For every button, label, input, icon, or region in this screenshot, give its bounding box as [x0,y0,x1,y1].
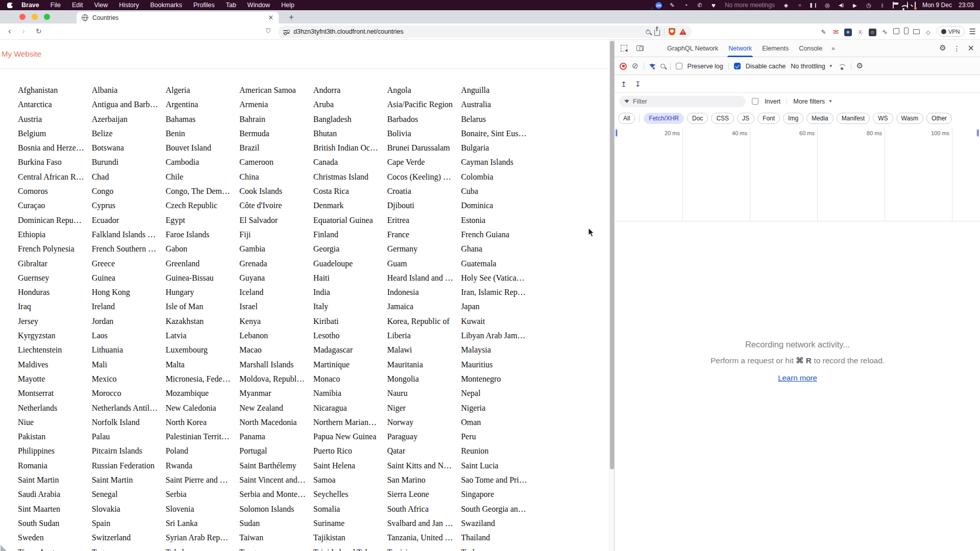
devtools-close-icon[interactable]: ✕ [968,43,974,53]
chip-wasm[interactable]: Wasm [896,113,924,124]
new-tab-button[interactable]: + [289,13,293,21]
menubar-clock[interactable]: 23:03 [959,2,974,9]
dark-flower-icon[interactable]: ✿ [869,27,876,36]
mail-icon[interactable]: ✉ [832,27,840,36]
grid-glyph-icon[interactable]: ⌗ [796,2,803,9]
page-scrollbar[interactable] [609,40,614,551]
menu-item-tab[interactable]: Tab [220,2,241,9]
window-zoom-button[interactable] [44,14,50,20]
devtools-tab-console[interactable]: Console [794,40,827,57]
menu-item-profiles[interactable]: Profiles [188,2,220,9]
import-har-icon[interactable]: ↥ [621,80,627,88]
phone-circle-icon[interactable]: ✆ [696,2,703,9]
menu-item-edit[interactable]: Edit [66,2,89,9]
search-icon[interactable] [907,2,908,8]
devtools-tab-elements[interactable]: Elements [757,40,794,57]
more-tabs-icon[interactable]: » [827,45,839,52]
preserve-log-checkbox[interactable] [676,63,682,69]
back-button[interactable]: ‹ [8,26,11,36]
invert-checkbox[interactable] [752,98,758,105]
menu-item-bookmarks[interactable]: Bookmarks [144,2,188,9]
devtools-tab-network[interactable]: Network [723,40,757,57]
chip-manifest[interactable]: Manifest [837,113,870,124]
display-icon[interactable] [915,2,916,8]
zoom-level-icon[interactable] [646,30,650,34]
chip-doc[interactable]: Doc [687,113,708,124]
export-har-icon[interactable]: ↧ [635,80,641,88]
disable-cache-label[interactable]: Disable cache [746,63,786,70]
vpn-button[interactable]: VPN [937,26,965,37]
menu-item-history[interactable]: History [113,2,144,9]
reload-button[interactable]: ↻ [36,27,42,35]
blue-square-icon[interactable]: ❄ [844,27,852,36]
play-circle-icon[interactable]: ▶ [851,2,859,9]
compass-icon[interactable]: ◈ [782,2,790,9]
scrollbar-thumb[interactable] [610,41,614,469]
clock-icon[interactable]: ◷ [865,2,872,9]
browser-tab-countries[interactable]: Countries ✕ [77,12,279,23]
inspect-element-icon[interactable] [621,45,627,52]
window-outline-icon[interactable] [913,27,920,36]
menu-item-help[interactable]: Help [276,2,300,9]
disable-cache-checkbox[interactable] [734,63,741,69]
brave-shield-icon[interactable] [669,28,675,35]
pencil-icon[interactable]: ✎ [820,27,827,36]
x-dots-icon[interactable]: ·X· [856,27,864,36]
bookmark-icon[interactable]: ⛉ [266,28,271,35]
chip-media[interactable]: Media [806,113,834,124]
chip-js[interactable]: JS [737,113,754,124]
menu-item-view[interactable]: View [88,2,113,9]
lock-clock-icon[interactable]: ◔ [682,2,690,9]
forward-button[interactable]: › [22,26,25,36]
address-bar[interactable]: d3hzn3tyfnt3th.cloudfront.net/countries [278,26,692,38]
chip-css[interactable]: CSS [711,113,734,124]
bluetooth-icon[interactable]: ᛒ [879,2,886,9]
diamond-icon[interactable]: ◇ [924,27,932,36]
chip-all[interactable]: All [618,113,635,124]
chip-img[interactable]: Img [783,113,803,124]
network-search-icon[interactable] [660,64,665,68]
speaker-icon[interactable]: ◀) [838,2,845,9]
clear-network-icon[interactable]: ⊘ [632,62,639,70]
share-icon[interactable] [654,30,660,36]
stats-bars-icon[interactable]: ❚❙ [810,2,817,9]
chip-font[interactable]: Font [757,113,780,124]
url-text[interactable]: d3hzn3tyfnt3th.cloudfront.net/countries [293,28,403,35]
invert-label[interactable]: Invert [765,98,780,105]
kebab-menu-icon[interactable]: ⋮ [953,44,961,53]
menubar-date[interactable]: Mon 9 Dec [922,2,952,9]
devtools-tab-graphql-network[interactable]: GraphQL Network [662,40,723,57]
chip-fetch-xhr[interactable]: Fetch/XHR [644,113,684,124]
heart-icon[interactable]: ♥ [710,2,717,9]
preserve-log-label[interactable]: Preserve log [688,63,723,70]
window-close-button[interactable] [19,14,26,20]
tab-close-icon[interactable]: ✕ [268,14,274,21]
circle-dot-icon[interactable]: ◎ [824,2,831,9]
battery-icon[interactable] [893,2,894,8]
warning-icon[interactable] [679,29,687,35]
chip-other[interactable]: Other [926,113,952,124]
network-settings-gear-icon[interactable]: ⚙ [856,62,863,70]
menu-item-brave[interactable]: Brave [16,2,45,9]
rect-outline-icon[interactable] [904,27,909,36]
record-network-button[interactable] [620,63,627,70]
filter-funnel-icon[interactable] [649,64,655,68]
chip-ws[interactable]: WS [873,113,893,124]
more-filters-dropdown[interactable]: More filters▼ [793,98,832,105]
window-minimize-button[interactable] [32,14,38,20]
zoom-app-icon[interactable]: zm [655,2,662,9]
settings-gear-icon[interactable]: ⚙ [939,44,946,52]
network-conditions-icon[interactable] [838,64,846,70]
device-toolbar-icon[interactable] [636,45,644,51]
browser-menu-button[interactable]: ☰ [969,27,976,36]
filter-input[interactable]: Filter [619,96,746,107]
throttling-dropdown[interactable]: No throttling▼ [791,63,832,70]
tune-icon[interactable] [283,29,289,34]
learn-more-link[interactable]: Learn more [778,373,817,382]
pen-tool-icon[interactable]: ✎ [669,2,676,9]
menu-item-file[interactable]: File [45,2,66,9]
squiggle-icon[interactable]: ∿ [881,27,889,36]
page-fold-icon[interactable] [893,27,899,36]
menu-item-window[interactable]: Window [242,2,276,9]
apple-menu-icon[interactable] [7,3,13,8]
